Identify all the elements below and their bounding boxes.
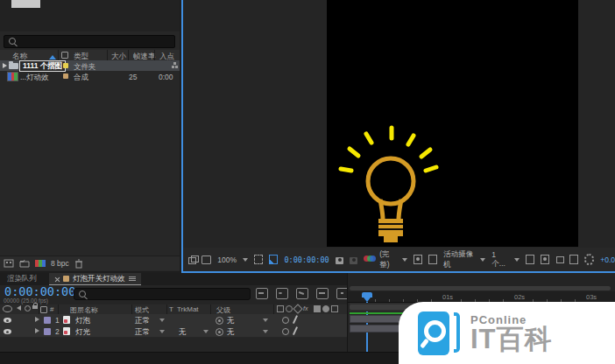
fx-header-icon: fx <box>303 305 308 312</box>
search-icon <box>79 290 86 298</box>
video-column-icon <box>3 305 12 312</box>
show-channels-icon[interactable] <box>364 256 374 263</box>
layer-row-1[interactable]: 1 灯泡 正常 无 <box>0 314 347 326</box>
composition-canvas[interactable] <box>327 0 578 247</box>
preview-timecode[interactable]: 0:00:00:00 <box>284 256 329 264</box>
project-panel: 名称 类型 大小 帧速率 入点 1111 个摺图 文件夹 ...灯动效 合成 2… <box>0 0 180 271</box>
trkmat-dropdown[interactable]: 无 <box>179 327 187 338</box>
after-effects-window: 名称 类型 大小 帧速率 入点 1111 个摺图 文件夹 ...灯动效 合成 2… <box>0 0 615 364</box>
panel-menu-icon[interactable] <box>129 276 136 277</box>
layer-index: 2 <box>55 327 60 336</box>
time-navigator-bar[interactable] <box>350 286 611 290</box>
new-folder-icon[interactable] <box>19 259 30 268</box>
flowchart-icon[interactable] <box>569 255 578 264</box>
ruler-label: 02s <box>514 293 525 301</box>
new-composition-icon[interactable] <box>35 259 46 268</box>
motion-blur-icon[interactable] <box>316 288 329 299</box>
pixel-aspect-icon[interactable] <box>526 255 534 264</box>
target-region-icon[interactable] <box>414 255 422 264</box>
parent-pickwhip-icon[interactable] <box>216 317 223 325</box>
mode-dropdown[interactable]: 正常 <box>135 327 150 338</box>
composition-viewer-panel: 100% 0:00:00:00 (完整) 活动摄像机 1 个... +0.0 <box>181 0 615 273</box>
switches-header-icon <box>277 305 284 312</box>
audio-column-icon <box>14 305 21 311</box>
tab-composition[interactable]: 灯泡开关灯动效 <box>49 273 141 285</box>
parent-dropdown[interactable]: 无 <box>227 327 235 338</box>
monitor-icon[interactable] <box>201 256 211 264</box>
chevron-down-icon[interactable] <box>514 258 520 264</box>
resolution-dropdown[interactable]: (完整) <box>379 249 396 270</box>
region-of-interest-icon[interactable] <box>254 255 263 264</box>
label-color-swatch[interactable] <box>63 63 68 68</box>
column-number: # <box>50 305 53 313</box>
close-icon[interactable] <box>54 276 60 282</box>
bit-depth-button[interactable]: 8 bpc <box>51 259 69 268</box>
timeline-search-input[interactable] <box>74 288 251 300</box>
timeline-button-icon[interactable] <box>555 256 562 263</box>
frame-blending-icon[interactable] <box>296 288 308 299</box>
frame-info: 00000 (25.00 fps) <box>4 298 48 304</box>
switches-header-icon <box>322 305 329 312</box>
grid-guides-icon[interactable] <box>428 255 437 264</box>
chevron-down-icon[interactable] <box>263 330 268 336</box>
gear-icon[interactable] <box>584 254 594 265</box>
layer-label-swatch[interactable] <box>44 317 51 324</box>
comp-name[interactable]: ...灯动效 <box>20 73 49 83</box>
project-item-folder-row[interactable]: 1111 个摺图 文件夹 <box>0 60 180 71</box>
layer-source-icon <box>63 327 70 335</box>
shy-layers-icon[interactable] <box>276 288 288 299</box>
label-color-swatch[interactable] <box>63 74 68 79</box>
parent-pickwhip-icon[interactable] <box>216 328 223 336</box>
layer-index: 1 <box>55 316 60 325</box>
expand-arrow-icon[interactable] <box>35 328 42 333</box>
ruler-label: 03s <box>586 293 597 301</box>
switch-icon[interactable] <box>282 317 289 324</box>
view-dropdown[interactable]: 活动摄像机 <box>443 249 474 270</box>
magnification-dropdown[interactable]: 100% <box>217 256 237 264</box>
interpret-footage-icon[interactable] <box>4 259 14 268</box>
switches-header-icon <box>286 305 293 312</box>
label-column-icon[interactable] <box>61 52 68 59</box>
column-trkmat[interactable]: TrkMat <box>177 305 199 313</box>
layer-source-icon <box>63 316 70 324</box>
chevron-down-icon[interactable] <box>243 258 248 264</box>
viewer-toolbar: 100% 0:00:00:00 (完整) 活动摄像机 1 个... +0.0 <box>183 248 615 271</box>
current-time-indicator[interactable] <box>362 292 372 302</box>
project-footer-bar: 8 bpc <box>0 256 180 270</box>
layer-name[interactable]: 灯光 <box>75 327 90 338</box>
exposure-value[interactable]: +0.0 <box>600 256 615 264</box>
delete-trash-icon[interactable] <box>74 259 83 269</box>
composition-mini-flowchart-icon[interactable] <box>256 288 268 299</box>
current-time-display[interactable]: 0:00:00:00 <box>4 284 75 298</box>
tab-render-queue[interactable]: 渲染队列 <box>2 273 42 285</box>
chevron-down-icon[interactable] <box>402 258 407 264</box>
show-snapshot-icon[interactable] <box>350 257 357 264</box>
eye-visibility-icon[interactable] <box>4 329 11 334</box>
chevron-down-icon[interactable] <box>159 330 165 336</box>
chevron-down-icon[interactable] <box>263 318 268 325</box>
chevron-down-icon[interactable] <box>480 258 485 264</box>
quality-switch-icon[interactable] <box>293 315 298 324</box>
eye-visibility-icon[interactable] <box>4 318 11 323</box>
used-in-comp-icon <box>172 62 178 68</box>
project-search-input[interactable] <box>4 35 175 48</box>
switches-header-icon <box>293 304 302 313</box>
layer-row-2[interactable]: 2 灯光 正常 无 无 <box>0 326 347 338</box>
project-item-comp-row[interactable]: ...灯动效 合成 25 0:00 <box>0 71 180 81</box>
fast-preview-icon[interactable] <box>541 255 549 264</box>
sort-ascending-icon[interactable] <box>49 52 56 60</box>
switch-icon[interactable] <box>282 328 289 335</box>
column-t: T <box>169 305 173 313</box>
item-preview-thumbnail <box>11 0 40 8</box>
layer-label-swatch[interactable] <box>44 328 51 335</box>
quality-switch-icon[interactable] <box>293 326 298 335</box>
watermark-title: IT百科 <box>470 326 553 353</box>
watermark: PConline IT百科 <box>399 302 615 364</box>
snapshot-camera-icon[interactable] <box>336 257 343 264</box>
chevron-down-icon[interactable] <box>203 330 209 336</box>
view-layout-dropdown[interactable]: 1 个... <box>491 250 508 270</box>
expand-arrow-icon[interactable] <box>35 317 42 322</box>
chevron-down-icon[interactable] <box>159 318 165 325</box>
transparency-grid-icon[interactable] <box>269 255 278 264</box>
always-preview-icon[interactable] <box>188 256 195 263</box>
